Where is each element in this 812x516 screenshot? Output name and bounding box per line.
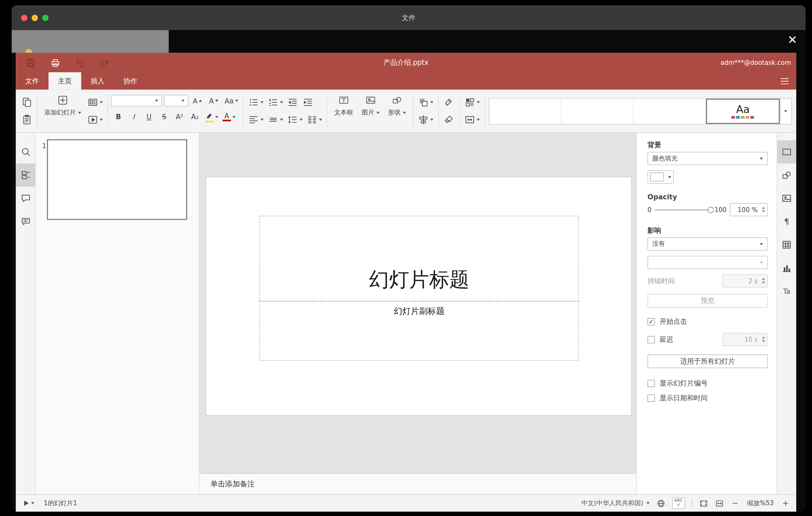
start-on-click-checkbox[interactable]: ✓ 开始点击 xyxy=(647,317,768,326)
close-icon[interactable]: ✕ xyxy=(788,34,798,46)
ribbon-tabs: 文件 主页 插入 协作 xyxy=(16,72,796,89)
clear-style-button[interactable] xyxy=(442,94,456,110)
insert-image-button[interactable]: 图片 xyxy=(358,94,383,118)
font-name-select[interactable] xyxy=(111,95,162,107)
horizontal-align-button[interactable] xyxy=(247,111,265,128)
slide-thumbnails-panel: 1 xyxy=(36,133,199,494)
underline-button[interactable]: U xyxy=(142,109,156,125)
slides-panel-button[interactable] xyxy=(16,164,35,187)
language-select[interactable]: 中文(中华人民共和国) xyxy=(581,499,649,508)
slide-size-button[interactable] xyxy=(463,111,481,128)
menu-icon[interactable] xyxy=(779,72,790,89)
decrease-indent-button[interactable] xyxy=(286,94,300,110)
change-case-button[interactable]: Aa xyxy=(223,94,240,107)
opacity-slider-knob[interactable] xyxy=(708,206,714,213)
superscript-button[interactable]: A² xyxy=(172,109,187,125)
line-spacing-button[interactable] xyxy=(286,111,304,128)
notes-area[interactable]: 单击添加备注 xyxy=(199,473,636,494)
insert-shape-button[interactable]: 形状 xyxy=(384,94,410,118)
arrange-group xyxy=(415,90,437,133)
theme-thumbnail-3[interactable] xyxy=(634,98,706,124)
chat-panel-button[interactable] xyxy=(16,210,35,233)
set-language-icon[interactable] xyxy=(657,499,665,508)
italic-button[interactable]: I xyxy=(126,109,141,125)
tab-collaboration[interactable]: 协作 xyxy=(114,72,147,89)
tab-insert[interactable]: 插入 xyxy=(81,72,114,89)
theme-thumbnail-selected[interactable]: Aa xyxy=(706,98,780,124)
slide-canvas[interactable]: 幻灯片标题 幻灯片副标题 xyxy=(206,177,632,416)
slide-settings-tab[interactable] xyxy=(777,140,796,164)
search-panel-button[interactable] xyxy=(16,140,35,164)
traffic-light-zoom[interactable] xyxy=(42,15,49,21)
preview-button[interactable]: 预览 xyxy=(647,294,768,307)
delay-checkbox[interactable]: 延迟 xyxy=(647,335,673,344)
vertical-align-button[interactable] xyxy=(266,111,285,128)
numbering-button[interactable] xyxy=(266,94,285,110)
duration-spinner[interactable]: 2 s xyxy=(722,274,767,288)
image-settings-tab[interactable] xyxy=(777,187,796,210)
redo-icon[interactable] xyxy=(100,57,110,67)
zoom-in-button[interactable]: + xyxy=(781,498,790,508)
tab-home[interactable]: 主页 xyxy=(49,72,81,89)
theme-thumbnail-2[interactable] xyxy=(561,98,634,124)
slide-thumbnail[interactable] xyxy=(47,139,187,220)
strikeout-button[interactable]: S xyxy=(157,109,171,125)
apply-to-all-slides-button[interactable]: 适用于所有幻灯片 xyxy=(647,354,768,368)
paste-button[interactable] xyxy=(20,111,34,128)
traffic-light-close[interactable] xyxy=(21,15,27,21)
theme-gallery-expand-button[interactable] xyxy=(780,98,792,124)
opacity-slider[interactable] xyxy=(655,209,712,210)
spellcheck-icon[interactable]: ABC✓ xyxy=(672,497,685,509)
delay-spinner[interactable]: 10 s xyxy=(722,333,767,346)
columns-button[interactable] xyxy=(305,111,324,128)
undo-icon[interactable] xyxy=(75,57,85,67)
copy-style-button[interactable] xyxy=(442,111,456,128)
show-slide-number-checkbox[interactable]: 显示幻灯片编号 xyxy=(647,379,768,388)
divider xyxy=(692,499,692,507)
bold-button[interactable]: B xyxy=(111,109,125,125)
tab-file[interactable]: 文件 xyxy=(16,72,49,89)
increase-font-size-button[interactable]: A xyxy=(190,94,205,107)
shape-settings-tab[interactable] xyxy=(777,164,796,187)
insert-textbox-button[interactable]: 文本框 xyxy=(330,94,357,118)
paragraph-settings-tab[interactable]: ¶ xyxy=(777,210,796,233)
decrease-font-size-button[interactable]: A xyxy=(207,94,221,107)
spinner-arrows[interactable] xyxy=(762,204,765,216)
zoom-out-button[interactable]: − xyxy=(731,498,739,508)
color-scheme-button[interactable] xyxy=(463,94,481,110)
spinner-arrows[interactable] xyxy=(762,333,765,345)
fit-slide-icon[interactable] xyxy=(699,499,708,508)
change-layout-button[interactable] xyxy=(86,94,105,110)
save-icon[interactable] xyxy=(25,57,36,67)
chart-settings-tab[interactable] xyxy=(777,256,796,280)
highlight-color-button[interactable] xyxy=(203,109,220,125)
opacity-spinner[interactable]: 100 % xyxy=(730,203,767,216)
bullets-button[interactable] xyxy=(247,94,265,110)
font-color-button[interactable]: A xyxy=(221,109,237,125)
background-fill-select[interactable]: 颜色填充 xyxy=(647,152,768,165)
print-icon[interactable] xyxy=(50,57,60,67)
start-slideshow-toolbar-button[interactable] xyxy=(86,111,105,128)
chevron-down-icon xyxy=(299,118,303,121)
theme-thumbnail-1[interactable] xyxy=(489,98,561,124)
increase-indent-button[interactable] xyxy=(301,94,315,110)
slide-title-placeholder[interactable]: 幻灯片标题 xyxy=(259,216,579,301)
align-shape-button[interactable] xyxy=(416,111,435,128)
fit-width-icon[interactable] xyxy=(715,499,724,508)
table-settings-tab[interactable] xyxy=(777,233,796,256)
arrange-shape-button[interactable] xyxy=(416,94,435,110)
slide-subtitle-placeholder[interactable]: 幻灯片副标题 xyxy=(259,301,579,361)
traffic-light-minimize[interactable] xyxy=(32,15,38,21)
transition-effect-select[interactable]: 没有 xyxy=(647,237,768,251)
subscript-button[interactable]: A₂ xyxy=(187,109,202,125)
textart-settings-tab[interactable]: Ta xyxy=(777,280,796,303)
show-date-time-checkbox[interactable]: 显示日期和时间 xyxy=(647,394,768,403)
font-size-select[interactable] xyxy=(164,95,188,107)
transition-variant-select[interactable] xyxy=(647,256,768,269)
copy-button[interactable] xyxy=(20,94,34,110)
background-color-picker[interactable] xyxy=(647,170,674,183)
start-slideshow-button[interactable] xyxy=(22,500,36,506)
comments-panel-button[interactable] xyxy=(16,187,35,210)
add-slide-button[interactable]: 添加幻灯片 xyxy=(41,94,85,118)
spinner-arrows[interactable] xyxy=(762,275,765,287)
